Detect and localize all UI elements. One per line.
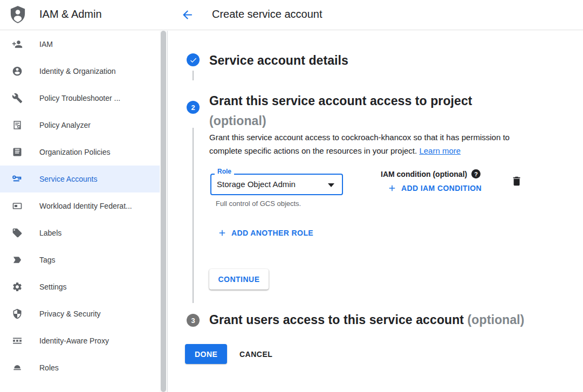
continue-button[interactable]: CONTINUE xyxy=(209,269,269,290)
tag-icon xyxy=(12,255,23,265)
question-mark-icon[interactable]: ? xyxy=(471,169,481,178)
top-app-bar: IAM & Admin Create service account xyxy=(0,0,583,30)
shield-icon xyxy=(12,308,23,319)
sidebar-item-identity-organization[interactable]: Identity & Organization xyxy=(0,58,160,85)
sidebar-item-label: Labels xyxy=(39,229,61,237)
label-icon xyxy=(12,228,23,238)
gear-icon xyxy=(12,281,23,292)
add-another-role-button[interactable]: ADD ANOTHER ROLE xyxy=(217,228,313,238)
sidebar-item-settings[interactable]: Settings xyxy=(0,273,160,300)
sidebar-item-label: Settings xyxy=(39,283,67,291)
document-icon xyxy=(12,147,23,157)
sidebar-item-privacy-security[interactable]: Privacy & Security xyxy=(0,300,160,327)
cancel-button[interactable]: CANCEL xyxy=(233,344,279,364)
sidebar-item-roles[interactable]: Roles xyxy=(0,354,160,381)
step3-number: 3 xyxy=(191,317,195,325)
step2-optional-label: (optional) xyxy=(209,111,544,131)
hat-icon xyxy=(12,362,23,373)
step-connector xyxy=(193,128,194,303)
sidebar-item-labels[interactable]: Labels xyxy=(0,219,160,246)
sidebar-scrollbar-thumb[interactable] xyxy=(161,31,166,392)
sidebar-divider xyxy=(167,31,168,392)
add-iam-condition-button[interactable]: ADD IAM CONDITION xyxy=(387,183,482,193)
step3-title-text: Grant users access to this service accou… xyxy=(209,313,464,327)
iam-admin-sidebar: IAMIdentity & OrganizationPolicy Trouble… xyxy=(0,31,160,392)
step2-title-text: Grant this service account access to pro… xyxy=(209,94,472,108)
account-circle-icon xyxy=(12,66,23,77)
back-arrow-icon[interactable] xyxy=(180,8,194,22)
sidebar-item-label: Policy Analyzer xyxy=(39,121,91,129)
step3-title: Grant users access to this service accou… xyxy=(209,313,524,327)
sidebar-item-label: Workload Identity Federat... xyxy=(39,202,132,210)
sidebar-item-label: Privacy & Security xyxy=(39,310,101,318)
page-title: Create service account xyxy=(212,8,323,20)
step-connector xyxy=(193,71,194,80)
sidebar-item-label: Policy Troubleshooter ... xyxy=(39,94,120,102)
step2-number-circle: 2 xyxy=(187,101,200,114)
role-helper-text: Full control of GCS objects. xyxy=(216,200,301,208)
sidebar-item-policy-analyzer[interactable]: Policy Analyzer xyxy=(0,112,160,139)
sidebar-item-label: Service Accounts xyxy=(39,175,97,183)
sidebar-item-label: Tags xyxy=(39,256,56,264)
step1-title[interactable]: Service account details xyxy=(209,53,348,68)
role-select-label: Role xyxy=(215,168,234,175)
sidebar-item-label: IAM xyxy=(39,40,53,49)
step2-description-text: Grant this service account access to coc… xyxy=(209,133,510,155)
sidebar-item-policy-troubleshooter[interactable]: Policy Troubleshooter ... xyxy=(0,85,160,112)
step2-number: 2 xyxy=(191,104,195,112)
role-select[interactable]: Storage Object Admin xyxy=(210,174,343,195)
sidebar-item-iam[interactable]: IAM xyxy=(0,31,160,58)
role-select-value: Storage Object Admin xyxy=(217,180,296,189)
step2-description: Grant this service account access to coc… xyxy=(209,130,531,157)
check-icon xyxy=(189,56,197,64)
step3-optional-label: (optional) xyxy=(468,313,525,327)
plus-icon xyxy=(217,228,227,238)
caret-down-icon xyxy=(328,183,334,187)
sidebar-item-label: Identity & Organization xyxy=(39,67,116,75)
step1-completed-circle xyxy=(187,53,200,66)
step3-number-circle: 3 xyxy=(187,314,200,327)
sidebar-item-workload-identity-federat[interactable]: Workload Identity Federat... xyxy=(0,192,160,219)
proxy-grid-icon xyxy=(12,335,23,346)
sidebar-item-label: Organization Policies xyxy=(39,148,111,156)
sidebar-item-identity-aware-proxy[interactable]: Identity-Aware Proxy xyxy=(0,327,160,354)
product-title: IAM & Admin xyxy=(39,8,102,20)
iam-condition-label-text: IAM condition (optional) xyxy=(381,170,467,178)
key-icon xyxy=(12,174,23,184)
add-iam-condition-label: ADD IAM CONDITION xyxy=(401,184,482,192)
person-add-icon xyxy=(12,39,23,50)
trash-icon[interactable] xyxy=(510,175,523,188)
done-button[interactable]: DONE xyxy=(185,344,227,364)
sidebar-item-tags[interactable]: Tags xyxy=(0,246,160,273)
step2-title: Grant this service account access to pro… xyxy=(209,91,544,131)
sidebar-item-label: Roles xyxy=(39,363,59,372)
sidebar-scrollbar-track[interactable] xyxy=(160,31,167,392)
shield-person-icon xyxy=(10,5,26,24)
policy-analyzer-icon xyxy=(12,120,23,130)
plus-icon xyxy=(387,183,397,193)
learn-more-link[interactable]: Learn more xyxy=(419,146,461,155)
wrench-icon xyxy=(12,93,23,104)
sidebar-item-label: Identity-Aware Proxy xyxy=(39,336,109,345)
sidebar-item-organization-policies[interactable]: Organization Policies xyxy=(0,139,160,166)
badge-card-icon xyxy=(12,201,23,211)
sidebar-item-service-accounts[interactable]: Service Accounts xyxy=(0,166,160,192)
add-another-role-label: ADD ANOTHER ROLE xyxy=(231,229,313,237)
iam-condition-label: IAM condition (optional) ? xyxy=(381,169,481,178)
